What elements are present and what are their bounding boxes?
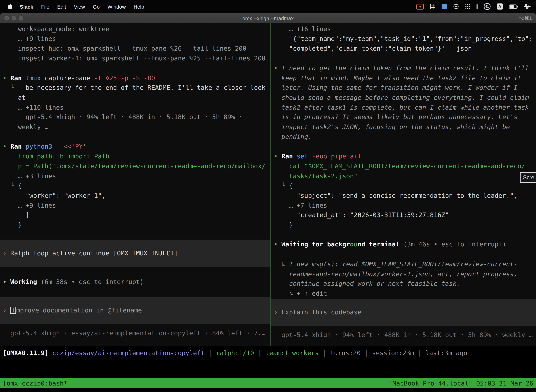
text-segment: ou [350,241,358,248]
terminal-line: '{"team_name":"my-team","task_id":"1","f… [271,34,536,44]
text-segment: -euo pipefail [312,153,361,160]
text-segment: • [274,241,281,248]
text-segment: be necessary for the end of the README. … [25,84,265,91]
menu-file[interactable]: File [41,4,49,9]
terminal-line: at [0,93,270,103]
menu-app-name[interactable]: Slack [20,4,33,9]
text-segment: Explain this codebase [281,308,361,316]
terminal-line: } [0,220,270,230]
traffic-lights: × [0,16,23,20]
text-segment: | [205,349,216,356]
circle-icon[interactable] [453,4,459,9]
text-segment: readme-and-reco/mailbox/worker-1.json, a… [274,270,517,277]
tmux-pane-right[interactable]: … +16 lines '{"team_name":"my-team","tas… [271,23,536,346]
text-segment: last:3m ago [425,349,467,356]
text-segment: cat "$OMX_TEAM_STATE_ROOT/team/review-cu… [274,163,525,170]
text-segment: | [254,349,266,356]
terminal-line: cat "$OMX_TEAM_STATE_ROOT/team/review-cu… [271,161,536,171]
terminal-line: pending. [271,132,536,142]
ran-set-pipefail: • Ran set -euo pipefail [271,152,536,161]
text-segment: is in progress? It seems likely but perh… [274,113,517,121]
input-source-icon[interactable]: A [497,3,503,9]
text-segment: } [274,221,293,229]
model-status-line: gpt-5.4 xhigh · 94% left · 488K in · 5.1… [271,330,536,340]
text-segment: Waiting for backgr [281,241,350,248]
text-segment: ⌥ + ↑ edit [274,290,327,297]
apple-menu-icon[interactable] [8,3,13,9]
grid-icon[interactable] [430,4,436,9]
menu-bar-status-icons: 61 A [416,3,536,10]
menu-go[interactable]: Go [93,4,100,9]
terminal-line: weekly … [0,122,270,132]
menu-edit[interactable]: Edit [57,4,66,9]
text-segment: … +16 lines [274,25,331,33]
menu-help[interactable]: Help [134,4,144,9]
raycast-icon[interactable] [442,4,447,9]
window-title: omx --xhigh --madmax [0,15,536,21]
ran-tmux-capture: • Ran tmux capture-pane -t %25 -p -S -80 [0,73,270,83]
text-segment: weekly … [3,123,48,131]
terminal-line: later. Using the same for transition mig… [271,83,536,93]
terminal-line: └ be necessary for the end of the README… [0,83,270,93]
text-segment: python3 [25,143,56,150]
text-segment: } [3,221,22,229]
text-segment: … +9 lines [3,35,56,42]
terminal-line: task2 after task1 is complete, but can I… [271,103,536,112]
text-segment: "created_at": "2026-03-31T11:59:27.816Z" [274,211,449,219]
zoom-button[interactable] [19,16,23,20]
text-segment: gpt-5.4 xhigh · 94% left · 488K in · 5.1… [274,331,533,338]
text-segment: "subject": "send a concise recommendatio… [274,192,517,199]
terminal-line: inspect task2's JSON, focusing on the st… [271,122,536,132]
tmux-host-time: "MacBook-Pro-44.local" 05:03 31-Mar-26 [389,378,533,388]
text-segment: "completed","claim_token":"claim-token"}… [274,45,472,52]
terminal-line: "completed","claim_token":"claim-token"}… [271,44,536,54]
model-status-line: gpt-5.4 xhigh · essay/ai-reimplementatio… [0,328,270,338]
terminal-line: keep that in mind. Maybe I also need the… [271,73,536,83]
terminal-line: is in progress? It seems likely but perh… [271,112,536,122]
menu-window[interactable]: Window [107,4,126,9]
terminal-line: "worker": "worker-1", [0,191,270,201]
terminal-line: p = Path('.omx/state/team/review-current… [0,161,270,171]
mailbox-message: ↳ 1 new msg(s): read $OMX_TEAM_STATE_ROO… [271,259,536,269]
text-segment: … +110 lines [3,104,64,111]
text-segment: '{"team_name":"my-team","task_id":"1","f… [274,35,533,42]
text-segment: set [297,153,312,160]
text-segment: └ [3,182,18,189]
prompt-suggestion[interactable]: › Explain this codebase [271,299,536,326]
badge-61-icon[interactable]: 61 [484,3,491,10]
screen-recording-indicator-icon[interactable] [416,4,424,9]
text-segment: (6m 38s • esc to interrupt) [41,278,144,285]
text-segment: turns:20 [330,349,361,356]
text-segment: | [361,349,372,356]
text-segment: later. Using the same for transition mig… [274,84,517,91]
text-segment: › [3,250,10,257]
text-segment: Working [10,278,41,285]
key-icon[interactable] [477,4,478,9]
terminal-line [0,230,270,240]
text-segment: Ran [10,74,26,81]
tmux-session-info: [omx-cczip0:bash* [3,378,67,388]
dots-grid-icon[interactable] [465,4,470,9]
tmux-status-bar: [omx-cczip0:bash* "MacBook-Pro-44.local"… [0,378,536,388]
text-segment: inspect_hud: omx sparkshell --tmux-pane … [3,45,247,52]
terminal-line: continue assigned work or next feasible … [271,279,536,289]
close-button[interactable]: × [5,16,9,20]
tmux-pane-left[interactable]: workspace_mode: worktree … +9 lines insp… [0,23,270,346]
prompt-ralph-loop[interactable]: › Ralph loop active continue [OMX_TMUX_I… [0,240,270,267]
text-segment: gpt-5.4 xhigh · essay/ai-reimplementatio… [3,330,266,337]
text-segment: { [289,182,293,189]
text-segment: └ [3,84,26,91]
text-segment: from pathlib import Path [3,153,109,160]
terminal-line: └ { [271,181,536,191]
battery-icon[interactable] [509,4,518,9]
screen-share-button[interactable]: Scre [520,172,536,183]
text-segment: 1 new msg(s): read $OMX_TEAM_STATE_ROOT/… [289,261,517,268]
minimize-button[interactable] [12,16,16,20]
text-segment: capture-pane [45,74,94,81]
terminal-line: … +9 lines [0,201,270,210]
prompt-input[interactable]: › Improve documentation in @filename [0,297,270,324]
window-title-bar[interactable]: × omx --xhigh --madmax ⌥⌘1 [0,13,536,23]
menu-bar: Slack File Edit View Go Window Help [0,0,536,13]
control-sliders-icon[interactable] [524,4,531,9]
menu-view[interactable]: View [74,4,85,9]
